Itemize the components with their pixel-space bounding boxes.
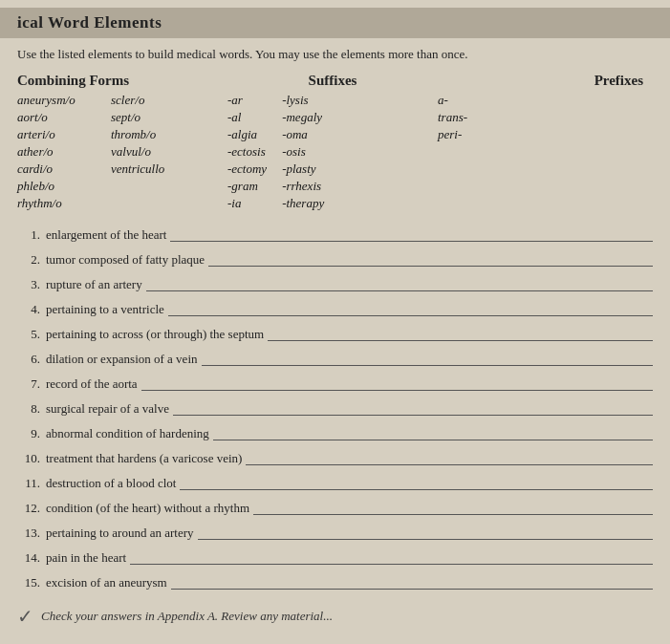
page: ical Word Elements Use the listed elemen… xyxy=(0,0,670,644)
combining-item: valvul/o xyxy=(111,144,197,160)
question-text: condition (of the heart) without a rhyth… xyxy=(40,501,249,517)
question-row: 10.treatment that hardens (a varicose ve… xyxy=(17,446,653,467)
question-row: 5.pertaining to across (or through) the … xyxy=(17,322,653,343)
question-number: 12. xyxy=(17,501,40,517)
question-number: 4. xyxy=(17,302,40,318)
question-number: 11. xyxy=(17,476,40,492)
answer-line[interactable] xyxy=(171,589,653,590)
footer: ✓ Check your answers in Appendix A. Revi… xyxy=(17,605,653,628)
suffix-item: -ia xyxy=(227,196,267,211)
question-text: pain in the heart xyxy=(40,550,126,567)
answer-line[interactable] xyxy=(268,340,653,341)
question-row: 11.destruction of a blood clot xyxy=(17,471,653,492)
question-text: pertaining to across (or through) the se… xyxy=(40,327,264,343)
question-row: 8.surgical repair of a valve xyxy=(17,397,653,418)
prefixes-column: a-trans-peri- xyxy=(438,93,653,211)
prefix-item: peri- xyxy=(438,127,643,142)
suffix-item: -oma xyxy=(282,127,324,142)
answer-line[interactable] xyxy=(198,539,654,540)
suffix-item: -lysis xyxy=(282,93,324,108)
answer-line[interactable] xyxy=(246,464,653,465)
question-text: treatment that hardens (a varicose vein) xyxy=(40,451,242,467)
question-row: 15.excision of an aneurysm xyxy=(17,570,653,591)
answer-line[interactable] xyxy=(253,514,653,515)
combining-column: aneurysm/oscler/oaort/osept/oarteri/othr… xyxy=(17,93,227,211)
check-icon: ✓ xyxy=(17,605,33,628)
instruction-text: Use the listed elements to build medical… xyxy=(17,46,653,63)
question-number: 10. xyxy=(17,451,40,467)
footer-text: Check your answers in Appendix A. Review… xyxy=(41,609,333,624)
suffix-item: -ectosis xyxy=(227,144,267,160)
page-title: ical Word Elements xyxy=(17,13,162,32)
question-text: rupture of an artery xyxy=(40,277,142,293)
question-number: 15. xyxy=(17,575,40,591)
question-row: 4.pertaining to a ventricle xyxy=(17,297,653,318)
combining-row: aort/osept/o xyxy=(17,110,227,125)
combining-row: aneurysm/oscler/o xyxy=(17,93,227,108)
prefixes-header: Prefixes xyxy=(438,73,653,89)
combining-item: aneurysm/o xyxy=(17,93,103,108)
question-text: dilation or expansion of a vein xyxy=(40,352,198,368)
combining-item xyxy=(111,196,197,211)
suffix-item: -algia xyxy=(227,127,267,142)
combining-item: thromb/o xyxy=(111,127,197,142)
question-text: enlargement of the heart xyxy=(40,227,166,244)
combining-row: ather/ovalvul/o xyxy=(17,144,227,160)
combining-row: phleb/o xyxy=(17,179,227,194)
question-number: 6. xyxy=(17,352,40,368)
columns-header: Combining Forms Suffixes Prefixes xyxy=(17,73,653,89)
answer-line[interactable] xyxy=(170,241,653,242)
combining-item: cardi/o xyxy=(17,161,103,177)
question-text: abnormal condition of hardening xyxy=(40,426,209,442)
combining-item: arteri/o xyxy=(17,127,103,142)
answer-line[interactable] xyxy=(146,290,653,291)
answer-line[interactable] xyxy=(202,365,654,366)
prefix-item: a- xyxy=(438,93,643,108)
suffix-item: -osis xyxy=(282,144,324,160)
answer-line[interactable] xyxy=(168,315,653,316)
combining-row: cardi/oventricullo xyxy=(17,161,227,177)
suffix-item: -ar xyxy=(227,93,267,108)
question-row: 9.abnormal condition of hardening xyxy=(17,421,653,442)
question-text: pertaining to a ventricle xyxy=(40,302,164,318)
question-number: 13. xyxy=(17,526,40,542)
suffix-col-2: -lysis-megaly-oma-osis-plasty-rrhexis-th… xyxy=(282,93,324,211)
answer-line[interactable] xyxy=(130,564,653,565)
question-row: 3.rupture of an artery xyxy=(17,272,653,293)
suffixes-header: Suffixes xyxy=(227,73,438,89)
top-bar: ical Word Elements xyxy=(0,8,670,38)
answer-line[interactable] xyxy=(208,266,653,267)
question-text: tumor composed of fatty plaque xyxy=(40,252,205,268)
suffix-item: -ectomy xyxy=(227,161,267,177)
suffix-item: -gram xyxy=(227,179,267,194)
question-number: 2. xyxy=(17,252,40,268)
combining-item: scler/o xyxy=(111,93,197,108)
combining-item: rhythm/o xyxy=(17,196,103,211)
answer-line[interactable] xyxy=(213,440,653,440)
combining-row: rhythm/o xyxy=(17,196,227,211)
combining-row: arteri/othromb/o xyxy=(17,127,227,142)
question-row: 7.record of the aorta xyxy=(17,372,653,393)
answer-line[interactable] xyxy=(141,390,653,391)
suffix-item: -rrhexis xyxy=(282,179,324,194)
answer-line[interactable] xyxy=(180,489,653,490)
questions-section: 1.enlargement of the heart2.tumor compos… xyxy=(17,223,653,595)
question-number: 7. xyxy=(17,376,40,393)
question-row: 6.dilation or expansion of a vein xyxy=(17,347,653,368)
suffixes-column: -ar-al-algia-ectosis-ectomy-gram-ia -lys… xyxy=(227,93,438,211)
question-row: 1.enlargement of the heart xyxy=(17,223,653,244)
combining-item xyxy=(111,179,197,194)
combining-item: sept/o xyxy=(111,110,197,125)
prefix-item: trans- xyxy=(438,110,643,125)
question-number: 5. xyxy=(17,327,40,343)
question-number: 1. xyxy=(17,227,40,244)
suffix-item: -megaly xyxy=(282,110,324,125)
combining-item: ather/o xyxy=(17,144,103,160)
question-number: 9. xyxy=(17,426,40,442)
answer-line[interactable] xyxy=(173,415,653,416)
word-elements-grid: aneurysm/oscler/oaort/osept/oarteri/othr… xyxy=(17,93,653,211)
question-text: surgical repair of a valve xyxy=(40,401,169,418)
combining-item: ventricullo xyxy=(111,161,197,177)
question-row: 13.pertaining to around an artery xyxy=(17,521,653,542)
suffix-item: -plasty xyxy=(282,161,324,177)
